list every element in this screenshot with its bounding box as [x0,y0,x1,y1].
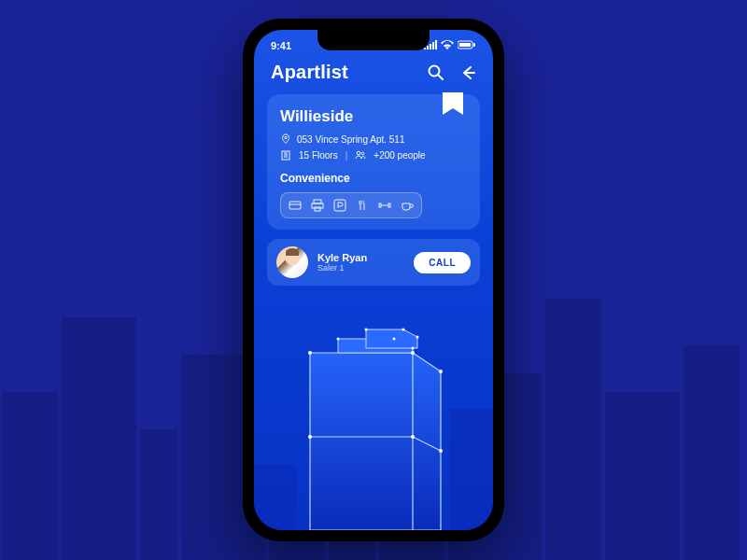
search-icon[interactable] [428,64,444,81]
wifi-icon [441,40,454,51]
bookmark-icon[interactable] [443,92,463,119]
building-icon [280,149,291,161]
gym-icon [378,199,391,212]
svg-rect-1 [459,43,471,47]
status-time: 9:41 [271,40,291,51]
divider: | [345,150,348,161]
svg-point-37 [393,338,396,341]
svg-point-32 [439,370,443,373]
phone-frame: 9:41 Apartlist [243,19,504,541]
call-button[interactable]: CALL [414,252,471,273]
svg-point-39 [365,329,368,331]
svg-line-4 [438,75,443,79]
convenience-label: Convenience [280,172,467,185]
svg-rect-17 [334,200,345,211]
address-row: 053 Vince Spring Apt. 511 [280,133,467,145]
back-icon[interactable] [459,64,476,81]
svg-point-36 [337,338,340,341]
svg-rect-42 [254,465,296,530]
svg-point-11 [361,152,364,155]
svg-rect-14 [314,200,321,203]
cafe-icon [401,199,414,212]
saler-name: Kyle Ryan [317,252,404,263]
building-wireframe [254,297,493,530]
battery-icon [458,40,476,51]
pin-icon [280,133,291,145]
listing-people: +200 people [374,150,425,161]
svg-point-10 [357,151,360,155]
svg-rect-19 [388,203,390,207]
svg-point-35 [439,449,443,453]
card-icon [289,199,302,212]
listing-card: Willieside 053 Vince Spring Apt. 511 15 … [267,94,480,230]
svg-point-40 [402,329,405,331]
svg-point-33 [308,435,312,439]
svg-point-41 [416,336,419,339]
svg-point-30 [308,351,312,355]
restaurant-icon [356,199,369,212]
meta-row: 15 Floors | +200 people [280,149,467,161]
avatar[interactable] [276,246,308,278]
svg-point-38 [412,347,415,350]
people-icon [355,149,366,161]
svg-point-31 [411,351,415,355]
svg-marker-29 [366,329,417,348]
listing-floors: 15 Floors [299,150,338,161]
listing-address: 053 Vince Spring Apt. 511 [297,134,404,145]
saler-role: Saler 1 [317,263,404,273]
header: Apartlist [254,54,493,94]
notch [317,30,430,50]
saler-card: Kyle Ryan Saler 1 CALL [267,239,480,286]
svg-rect-2 [473,43,475,47]
svg-point-34 [411,435,415,439]
printer-icon [311,199,324,212]
svg-point-5 [285,136,287,138]
convenience-icons [280,192,422,218]
svg-rect-18 [379,203,381,207]
svg-rect-43 [450,409,493,530]
svg-rect-12 [289,202,301,209]
listing-name: Willieside [280,107,467,126]
parking-icon [333,199,346,212]
app-title: Apartlist [271,62,348,83]
screen: 9:41 Apartlist [254,30,493,530]
